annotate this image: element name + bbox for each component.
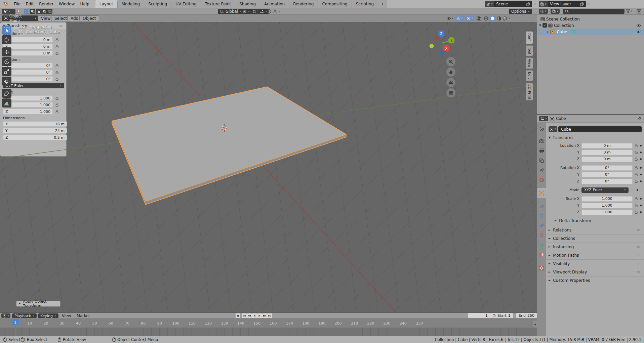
jump-to-start-button[interactable]: |◀ [242,313,247,318]
frame-start-field[interactable]: Start 1 [490,313,513,318]
frame-end-field[interactable]: End 250 [516,313,537,318]
workspace-tab-compositing[interactable]: Compositing [318,0,352,8]
sidebar-tab-tool[interactable]: Tool [526,45,533,56]
gizmo-y-ball[interactable]: Y [448,37,455,44]
timeline-ruler[interactable]: 1020304050607080901001101201301401501601… [0,318,537,328]
pin-icon[interactable] [637,117,641,121]
object-name-field[interactable]: Cube [558,126,642,132]
hide-viewport-eye-icon[interactable] [636,24,641,27]
tab-physics[interactable] [537,221,546,230]
outliner-row-cube[interactable]: ► Cube [537,29,644,35]
tab-data[interactable] [537,240,546,250]
viewport-camera-button[interactable] [446,78,455,87]
gizmo-neg-y-ball[interactable] [430,44,434,48]
object-menu[interactable]: Object [79,15,99,21]
panel-motion-paths[interactable]: ►Motion Paths∷∷ [546,251,644,259]
options-dropdown[interactable]: Options ∨ [509,9,532,14]
transform-panel-header-props[interactable]: ▼ Transform ∷∷ [549,135,642,140]
record-button[interactable]: ● [236,313,240,318]
prop-scale-y-field[interactable]: 1.000 [581,203,633,208]
collection-checkbox[interactable]: ✓ [542,23,547,28]
timeline-marker-menu[interactable]: Marker [77,313,90,318]
current-frame-badge[interactable]: 1 [12,319,19,325]
tab-material[interactable] [537,250,546,260]
shading-solid-button[interactable] [489,15,496,21]
select-mode-new-button[interactable] [24,9,30,14]
properties-editor-type-button[interactable]: ∨ [539,116,548,121]
timeline-editor-type-button[interactable]: ∨ [1,313,10,318]
drag-handle-icon[interactable]: ∷∷ [637,136,641,139]
shading-rendered-icon[interactable] [502,16,507,21]
mode-dropdown[interactable]: Object Mode ∨ [2,15,39,21]
select-mode-intersect-button[interactable] [47,9,52,14]
outliner-row-scene-collection[interactable]: Scene Collection [537,16,644,22]
tweak-tool-indicator-icon[interactable] [16,9,21,14]
operator-panel-apply-transform[interactable]: ► Apply Object Transform [16,301,61,307]
tool-move[interactable] [2,47,11,56]
tab-output[interactable] [537,146,546,156]
workspace-tab-scripting[interactable]: Scripting [352,0,378,8]
menu-render[interactable]: Render [36,0,56,8]
workspace-tab-shading[interactable]: Shading [235,0,260,8]
prop-scale-x-field[interactable]: 1.000 [581,196,633,202]
pivot-point-dropdown[interactable]: ∨ [241,9,251,14]
lock-icon[interactable] [635,197,638,201]
menu-file[interactable]: File [11,0,23,8]
viewport-ortho-toggle-button[interactable] [446,88,455,97]
drag-handle-icon[interactable]: ∷∷ [637,254,642,257]
view-layer-browse-button[interactable]: ∨ [539,1,548,7]
drag-handle-icon[interactable]: ∷∷ [637,237,642,240]
select-mode-extend-button[interactable] [30,9,35,14]
tab-object[interactable] [537,188,546,198]
view-layer-name-field[interactable]: View Layer [548,1,578,7]
jump-to-end-button[interactable]: ▶| [267,313,272,318]
gizmo-x-ball[interactable]: X [443,45,450,52]
viewport-zoom-button[interactable] [446,57,455,66]
viewport-canvas[interactable] [0,22,537,312]
scene-new-button[interactable] [524,1,532,7]
prop-location-z-field[interactable]: 0 m [581,157,633,162]
lock-icon[interactable] [635,179,638,183]
workspace-tab-texture-paint[interactable]: Texture Paint [201,0,235,8]
current-frame-field[interactable]: 1 [468,313,490,318]
tool-annotate[interactable] [2,89,11,98]
animate-dot[interactable] [640,158,642,160]
transform-orientation-dropdown[interactable]: Global ∨ [218,9,244,14]
tab-world[interactable] [537,175,546,185]
proportional-editing-group[interactable]: ∨ [266,9,280,14]
shading-material-icon[interactable] [497,16,501,21]
lock-icon[interactable] [635,210,638,214]
drag-handle-icon[interactable]: ∷∷ [637,228,642,232]
timeline-view-menu[interactable]: View [62,313,71,318]
tab-tool[interactable] [537,124,546,134]
outliner-filter-type-dropdown[interactable]: ∨ [551,9,560,14]
panel-visibility[interactable]: ►Visibility∷∷ [546,259,644,268]
prev-keyframe-button[interactable]: ◀◆ [247,313,252,318]
workspace-tab-modeling[interactable]: Modeling [118,0,145,8]
tool-rotate[interactable] [2,57,11,66]
menu-help[interactable]: Help [77,0,92,8]
view-layer-new-button[interactable] [578,1,586,7]
plane-top-face[interactable] [112,87,346,201]
lock-icon[interactable] [635,204,638,207]
drag-handle-icon[interactable]: ∷∷ [637,245,642,249]
panel-collections[interactable]: ►Collections∷∷ [546,234,644,243]
tool-transform[interactable] [2,77,11,86]
menu-edit[interactable]: Edit [23,0,36,8]
panel-instancing[interactable]: ►Instancing∷∷ [546,243,644,251]
outliner-filter-button[interactable]: ∨ [626,9,633,13]
tab-view-layer[interactable] [537,156,546,165]
keying-dropdown[interactable]: Keying∨ [38,313,58,318]
add-workspace-button[interactable]: + [378,0,387,8]
workspace-tab-layout[interactable]: Layout [95,0,118,8]
timeline-track-area[interactable] [0,328,537,336]
prop-rotation-x-field[interactable]: 0° [581,165,633,171]
drag-handle-icon[interactable]: ∷∷ [637,270,642,274]
scene-unlink-button[interactable]: ✕ [533,2,536,6]
sidebar-tab-view[interactable]: View [526,57,533,69]
xray-toggle[interactable] [476,16,482,20]
animate-dot[interactable] [640,205,642,206]
animate-dot[interactable] [640,180,642,182]
tab-constraints[interactable] [537,230,546,240]
workspace-tab-uv-editing[interactable]: UV Editing [171,0,201,8]
